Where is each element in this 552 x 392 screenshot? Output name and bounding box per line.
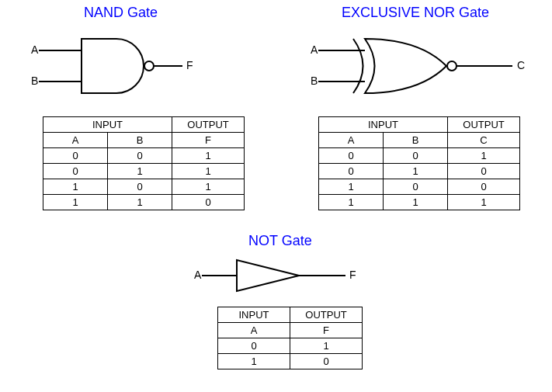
not-input-header: INPUT	[218, 307, 290, 323]
xnor-input-a-label: A	[311, 43, 318, 56]
nand-output-header: OUTPUT	[172, 117, 245, 133]
xnor-output-label: C	[517, 59, 525, 71]
xnor-truth-table: INPUT OUTPUT A B C 001 010 100 111	[318, 116, 520, 210]
nand-col-f: F	[172, 133, 245, 148]
nand-truth-table: INPUT OUTPUT A B F 001 011 101 110	[43, 116, 245, 210]
xnor-gate-symbol: A B C	[311, 31, 543, 101]
nand-input-b-label: B	[31, 75, 38, 87]
not-title: NOT Gate	[248, 233, 312, 249]
xnor-output-header: OUTPUT	[448, 117, 520, 133]
svg-point-6	[447, 61, 457, 71]
not-output-label: F	[349, 269, 356, 281]
xnor-input-b-label: B	[311, 75, 318, 87]
xnor-col-a: A	[319, 133, 384, 148]
nand-input-a-label: A	[31, 43, 39, 56]
nand-title: NAND Gate	[84, 5, 158, 21]
nand-input-header: INPUT	[43, 117, 172, 133]
nand-output-label: F	[186, 59, 193, 71]
nand-col-b: B	[108, 133, 172, 148]
not-col-f: F	[290, 323, 363, 338]
svg-point-2	[144, 61, 154, 71]
not-gate-symbol: A F	[194, 252, 373, 299]
not-col-a: A	[218, 323, 290, 338]
xnor-col-b: B	[384, 133, 448, 148]
xnor-input-header: INPUT	[319, 117, 448, 133]
nand-gate-symbol: A B F	[31, 31, 210, 101]
not-output-header: OUTPUT	[290, 307, 363, 323]
not-truth-table: INPUT OUTPUT A F 01 10	[217, 307, 363, 369]
xnor-title: EXCLUSIVE NOR Gate	[342, 5, 489, 21]
not-input-label: A	[194, 269, 202, 281]
nand-col-a: A	[43, 133, 108, 148]
xnor-col-c: C	[448, 133, 520, 148]
